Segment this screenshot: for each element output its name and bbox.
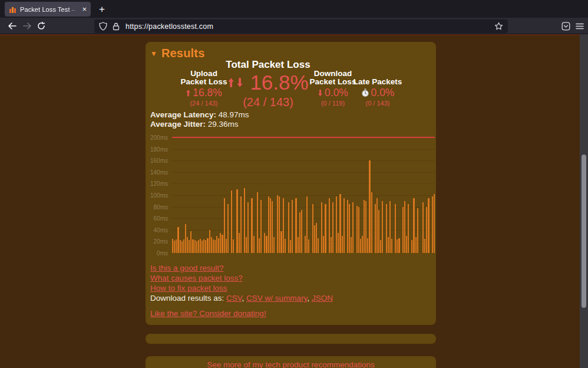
- download-json-link[interactable]: JSON: [312, 294, 333, 303]
- latency-bar: [283, 198, 284, 253]
- good-result-link[interactable]: Is this a good result?: [150, 264, 224, 272]
- latency-bar: [376, 198, 378, 253]
- fix-packet-loss-link[interactable]: How to fix packet loss: [150, 284, 227, 293]
- tracking-shield-icon[interactable]: [99, 22, 107, 31]
- url-text[interactable]: https://packetlosstest.com: [125, 22, 213, 31]
- latency-bar: [299, 212, 300, 253]
- latency-bar: [369, 160, 370, 253]
- latency-chart-y-axis: 200ms180ms160ms140ms120ms100ms80ms60ms40…: [146, 137, 168, 253]
- latency-bar: [338, 233, 339, 253]
- latency-bar: [428, 198, 429, 253]
- menu-hamburger-icon[interactable]: [573, 19, 587, 33]
- latency-bar: [180, 240, 181, 253]
- latency-bar: [233, 239, 234, 254]
- latency-bar: [259, 238, 260, 254]
- download-csv-link[interactable]: CSV: [226, 294, 242, 303]
- y-axis-tick-label: 60ms: [146, 216, 168, 222]
- latency-bar: [288, 202, 289, 253]
- latency-bar: [172, 239, 173, 254]
- back-button[interactable]: [5, 19, 19, 33]
- results-panel: ▼ Results Total Packet Loss 16.8% (24 / …: [146, 42, 436, 325]
- latency-bar: [323, 236, 324, 253]
- tab-close-icon[interactable]: ×: [82, 5, 87, 13]
- upload-label-line2: Packet Loss: [181, 77, 227, 86]
- scrollbar-thumb[interactable]: [582, 155, 586, 308]
- latency-bar: [380, 240, 381, 253]
- latency-bar: [231, 190, 232, 253]
- address-bar[interactable]: https://packetlosstest.com: [94, 19, 508, 33]
- latency-chart-plot: [172, 137, 435, 253]
- tech-recommendations-link[interactable]: See more of my tech product recommendati…: [207, 360, 374, 368]
- upload-packet-loss-detail: (24 / 143): [174, 100, 233, 107]
- lock-icon[interactable]: [113, 22, 120, 31]
- download-packet-loss-value: 0.0%: [325, 87, 348, 98]
- download-results-row: Download results as: CSV, CSV w/ summary…: [150, 294, 333, 303]
- download-csv-summary-link[interactable]: CSV w/ summary: [246, 294, 307, 303]
- latency-bar: [325, 204, 326, 253]
- late-packets-stat: Late Packets 0.0% (0 / 143): [348, 78, 407, 107]
- forward-button[interactable]: [20, 19, 34, 33]
- recommendations-panel: See more of my tech product recommendati…: [146, 356, 436, 368]
- navigation-toolbar: https://packetlosstest.com: [0, 18, 588, 34]
- causes-packet-loss-link[interactable]: What causes packet loss?: [150, 274, 243, 282]
- latency-bar: [201, 241, 203, 253]
- latency-bar: [174, 241, 175, 253]
- latency-bar: [349, 204, 350, 253]
- latency-bar: [218, 238, 219, 254]
- latency-bar: [389, 201, 391, 253]
- latency-bar: [378, 210, 379, 254]
- latency-bar: [185, 224, 186, 253]
- latency-bar: [391, 239, 392, 254]
- latency-bar: [220, 233, 221, 253]
- new-tab-button[interactable]: +: [95, 2, 109, 17]
- latency-bar: [226, 239, 227, 254]
- latency-bar: [292, 200, 293, 253]
- tab-packet-loss-test[interactable]: Packet Loss Test – Test Your Co ×: [5, 2, 91, 17]
- latency-bar: [305, 236, 306, 253]
- y-axis-tick-label: 100ms: [146, 193, 168, 199]
- latency-bar: [285, 239, 286, 254]
- latency-bar: [190, 231, 191, 253]
- separator: ,: [242, 294, 247, 303]
- latency-bar: [236, 189, 237, 253]
- latency-bar: [413, 198, 414, 253]
- pocket-save-icon[interactable]: [559, 19, 573, 33]
- latency-bar: [411, 240, 412, 253]
- tab-title: Packet Loss Test – Test Your Co: [20, 6, 77, 13]
- latency-bar: [298, 237, 299, 253]
- scrollbar-track[interactable]: [580, 34, 588, 368]
- latency-bar: [203, 239, 204, 254]
- spacer-panel: [146, 334, 436, 344]
- page-top-divider: [0, 34, 580, 35]
- latency-bar: [247, 202, 249, 253]
- latency-bar: [200, 239, 201, 254]
- latency-bar: [386, 204, 387, 253]
- latency-bar: [279, 196, 280, 253]
- y-axis-tick-label: 180ms: [146, 147, 168, 153]
- average-jitter-line: Average Jitter: 29.36ms: [150, 120, 239, 129]
- latency-bar: [402, 207, 404, 253]
- latency-bar: [336, 196, 337, 253]
- collapse-triangle-icon[interactable]: ▼: [150, 50, 157, 58]
- latency-bar: [198, 240, 199, 254]
- latency-bar: [272, 201, 273, 253]
- latency-bar: [316, 223, 317, 253]
- download-label-line1: Download: [314, 69, 352, 78]
- latency-bar: [239, 233, 240, 253]
- latency-bar: [192, 239, 193, 254]
- bookmark-star-icon[interactable]: [494, 22, 503, 31]
- latency-bar: [187, 237, 188, 253]
- browser-window: Packet Loss Test – Test Your Co × + http…: [0, 0, 588, 368]
- latency-bar: [424, 239, 425, 254]
- tab-bar: Packet Loss Test – Test Your Co × +: [0, 0, 588, 18]
- latency-bar: [176, 239, 177, 254]
- reload-button[interactable]: [34, 19, 48, 33]
- upload-label-line1: Upload: [190, 69, 217, 78]
- latency-bar: [227, 204, 229, 253]
- donate-link[interactable]: Like the site? Consider donating!: [150, 309, 266, 318]
- results-section-header[interactable]: ▼ Results: [150, 47, 205, 60]
- latency-bar: [415, 237, 417, 253]
- site-favicon-icon: [9, 5, 16, 13]
- latency-bar: [183, 239, 184, 254]
- y-axis-tick-label: 20ms: [146, 239, 168, 245]
